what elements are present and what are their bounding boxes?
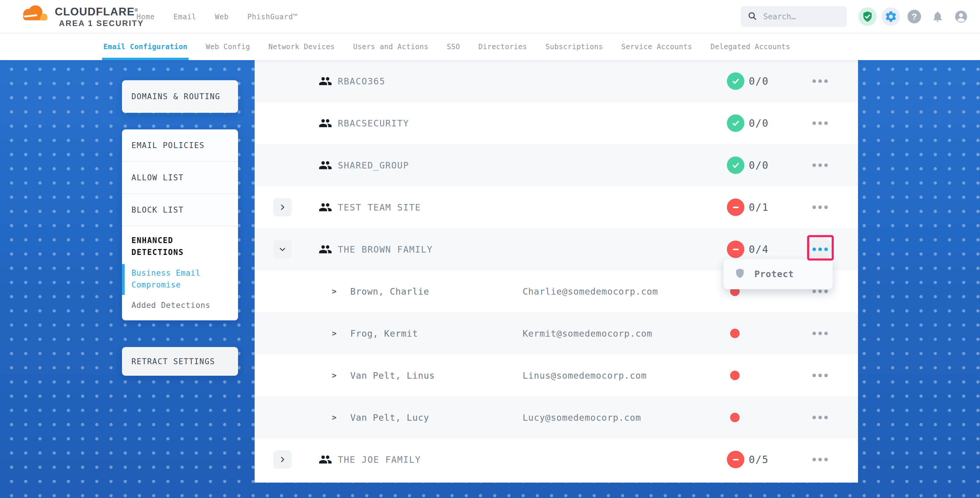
row-ellipsis-menu-button[interactable] (808, 447, 832, 472)
group-name: SHARED_GROUP (338, 160, 409, 170)
group-name: RBACSECURITY (338, 118, 409, 129)
sidebar-group-email-policies: EMAIL POLICIES ALLOW LIST BLOCK LIST ENH… (122, 129, 238, 320)
status-protected-icon (727, 157, 745, 174)
status-protected-icon (727, 115, 745, 132)
member-email: Linus@somedemocorp.com (523, 371, 647, 381)
status-unprotected-dot (730, 413, 740, 422)
settings-gear-icon[interactable] (882, 7, 900, 26)
protected-count: 0/5 (749, 453, 768, 465)
group-name: THE BROWN FAMILY (338, 244, 433, 255)
cloudflare-logo: CLOUDFLARE® AREA 1 SECURITY (19, 3, 144, 29)
table-row-group: THE JOE FAMILY0/5 (255, 439, 858, 480)
sidebar-item-domains-routing[interactable]: DOMAINS & ROUTING (122, 80, 238, 113)
logo-title: CLOUDFLARE® (55, 3, 144, 18)
group-name: TEST TEAM SITE (338, 202, 421, 213)
status-unprotected-icon (727, 451, 745, 468)
table-row-group: SHARED_GROUP0/0 (255, 144, 858, 186)
tab-web-config[interactable]: Web Config (206, 33, 250, 60)
menu-item-protect[interactable]: Protect (754, 269, 794, 279)
protected-count: 0/0 (749, 117, 768, 129)
protect-shield-icon (734, 268, 746, 280)
protected-count: 0/1 (749, 201, 768, 213)
cloudflare-cloud-icon (19, 3, 51, 29)
member-caret-icon: > (332, 371, 337, 380)
table-row-member: >Van Pelt, LinusLinus@somedemocorp.com (255, 355, 858, 396)
tab-network-devices[interactable]: Network Devices (269, 33, 335, 60)
sidebar-item-email-policies[interactable]: EMAIL POLICIES (122, 129, 238, 162)
search-box[interactable] (741, 6, 847, 27)
member-name: Van Pelt, Lucy (350, 412, 429, 423)
sidebar-item-retract-settings[interactable]: RETRACT SETTINGS (122, 347, 238, 376)
row-ellipsis-menu-button[interactable] (808, 153, 832, 178)
sidebar-item-block-list[interactable]: BLOCK LIST (122, 194, 238, 226)
group-icon (318, 242, 332, 256)
row-actions-menu: Protect (723, 258, 833, 289)
member-name: Frog, Kermit (350, 328, 418, 339)
collapse-group-button[interactable] (273, 240, 292, 258)
table-row-member: >Frog, KermitKermit@somedemocorp.com (255, 312, 858, 355)
primary-nav-home[interactable]: Home (137, 13, 155, 21)
tab-directories[interactable]: Directories (479, 33, 527, 60)
tab-email-configuration[interactable]: Email Configuration (103, 33, 188, 60)
sidebar-item-added-detections[interactable]: Added Detections (132, 301, 229, 310)
member-caret-icon: > (332, 413, 337, 422)
primary-nav: HomeEmailWebPhishGuard™ (137, 0, 298, 33)
protected-count: 0/0 (749, 159, 768, 171)
tab-users-and-actions[interactable]: Users and Actions (353, 33, 428, 60)
expand-group-button[interactable] (273, 450, 292, 469)
help-question-icon[interactable]: ? (905, 7, 923, 26)
group-icon (318, 200, 332, 214)
notifications-bell-icon[interactable] (929, 7, 947, 26)
group-icon (318, 74, 332, 88)
member-name: Van Pelt, Linus (350, 371, 435, 381)
group-name: RBACO365 (338, 76, 385, 86)
table-row-group: RBACSECURITY0/0 (255, 102, 858, 144)
section-tabs: Email ConfigurationWeb ConfigNetwork Dev… (0, 33, 980, 60)
row-ellipsis-menu-button[interactable] (808, 363, 832, 388)
row-ellipsis-menu-button[interactable] (808, 111, 832, 135)
table-row-member: >Van Pelt, LucyLucy@somedemocorp.com (255, 396, 858, 439)
expand-group-button[interactable] (273, 198, 292, 216)
group-name: THE JOE FAMILY (338, 455, 421, 465)
tab-service-accounts[interactable]: Service Accounts (622, 33, 692, 60)
group-icon (318, 116, 332, 130)
status-unprotected-icon (727, 199, 745, 216)
header-icon-cluster: ? (858, 7, 970, 26)
table-row-group: TEST TEAM SITE0/1 (255, 186, 858, 228)
row-ellipsis-menu-button[interactable] (808, 195, 832, 220)
tab-delegated-accounts[interactable]: Delegated Accounts (711, 33, 790, 60)
status-unprotected-dot (730, 329, 740, 338)
directory-table-panel: RBACO3650/0RBACSECURITY0/0SHARED_GROUP0/… (255, 60, 858, 483)
status-unprotected-icon (727, 241, 745, 258)
protection-shield-check-icon[interactable] (858, 7, 877, 26)
sidebar-item-enhanced-detections[interactable]: ENHANCED DETECTIONS (132, 234, 208, 258)
tab-sso[interactable]: SSO (447, 33, 460, 60)
row-ellipsis-menu-button[interactable] (808, 69, 832, 94)
member-name: Brown, Charlie (350, 286, 429, 297)
row-ellipsis-menu-button[interactable] (808, 321, 832, 346)
primary-nav-web[interactable]: Web (215, 13, 229, 21)
top-header-bar: CLOUDFLARE® AREA 1 SECURITY HomeEmailWeb… (0, 0, 980, 33)
group-icon (318, 158, 332, 172)
search-input[interactable] (763, 12, 837, 21)
tab-subscriptions[interactable]: Subscriptions (546, 33, 603, 60)
protected-count: 0/4 (749, 243, 768, 255)
logo-subtitle: AREA 1 SECURITY (55, 18, 144, 29)
sidebar-section-enhanced-detections: ENHANCED DETECTIONS Business Email Compr… (122, 226, 238, 320)
member-email: Kermit@somedemocorp.com (523, 328, 652, 339)
table-row-group: RBACO3650/0 (255, 60, 858, 102)
group-icon (318, 453, 332, 466)
protected-count: 0/0 (749, 75, 768, 87)
status-protected-icon (727, 73, 745, 90)
sidebar-item-allow-list[interactable]: ALLOW LIST (122, 162, 238, 194)
primary-nav-phishguard[interactable]: PhishGuard™ (247, 13, 298, 21)
row-ellipsis-menu-button[interactable] (808, 405, 832, 430)
primary-nav-email[interactable]: Email (173, 13, 196, 21)
search-icon (747, 11, 757, 22)
member-email: Charlie@somedemocorp.com (523, 286, 658, 297)
member-email: Lucy@somedemocorp.com (523, 412, 641, 423)
sidebar-item-business-email-compromise[interactable]: Business Email Compromise (132, 267, 214, 291)
account-avatar-icon[interactable] (952, 7, 970, 26)
status-unprotected-dot (730, 371, 740, 380)
row-ellipsis-menu-button[interactable] (808, 237, 832, 262)
